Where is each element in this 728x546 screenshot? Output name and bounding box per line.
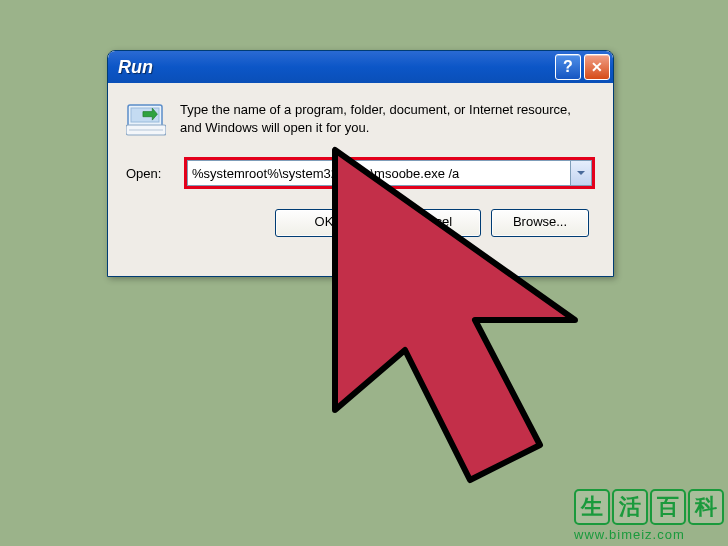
button-row: OK Cancel Browse... bbox=[126, 209, 595, 237]
open-label: Open: bbox=[126, 166, 174, 181]
run-dialog: Run ? ✕ Type the name of a program, fold… bbox=[107, 50, 614, 277]
watermark-url: www.bimeiz.com bbox=[574, 527, 724, 542]
cancel-button[interactable]: Cancel bbox=[383, 209, 481, 237]
watermark-char: 生 bbox=[574, 489, 610, 525]
watermark-char: 百 bbox=[650, 489, 686, 525]
run-description: Type the name of a program, folder, docu… bbox=[180, 101, 595, 136]
open-dropdown-button[interactable] bbox=[570, 160, 592, 186]
watermark-char: 科 bbox=[688, 489, 724, 525]
browse-button[interactable]: Browse... bbox=[491, 209, 589, 237]
watermark-char: 活 bbox=[612, 489, 648, 525]
open-combobox[interactable] bbox=[184, 157, 595, 189]
watermark-logo: 生 活 百 科 bbox=[574, 489, 724, 525]
run-program-icon bbox=[126, 101, 166, 137]
help-icon: ? bbox=[563, 58, 573, 76]
open-input[interactable] bbox=[187, 160, 570, 186]
dialog-body: Type the name of a program, folder, docu… bbox=[108, 83, 613, 249]
window-title: Run bbox=[118, 57, 552, 78]
titlebar[interactable]: Run ? ✕ bbox=[108, 51, 613, 83]
top-row: Type the name of a program, folder, docu… bbox=[126, 101, 595, 137]
open-row: Open: bbox=[126, 157, 595, 189]
help-button[interactable]: ? bbox=[555, 54, 581, 80]
chevron-down-icon bbox=[577, 169, 585, 177]
ok-button[interactable]: OK bbox=[275, 209, 373, 237]
close-icon: ✕ bbox=[591, 59, 603, 75]
close-button[interactable]: ✕ bbox=[584, 54, 610, 80]
watermark: 生 活 百 科 www.bimeiz.com bbox=[574, 489, 724, 542]
